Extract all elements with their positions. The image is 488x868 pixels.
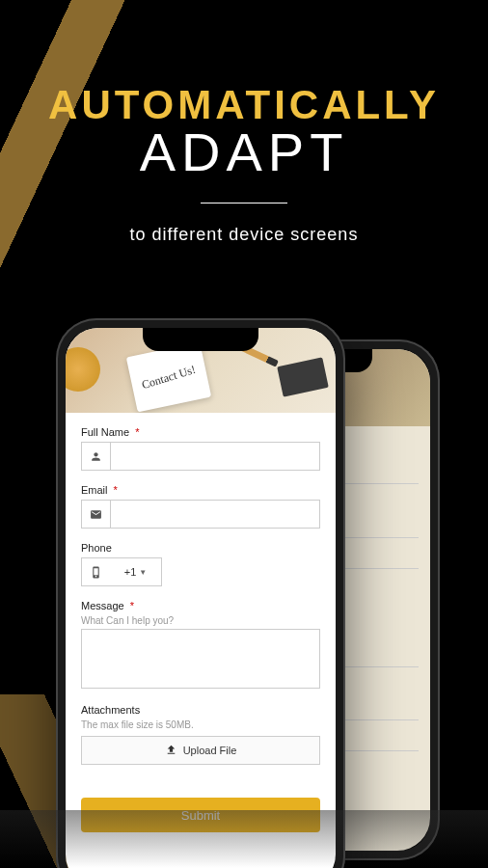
headline-line-2: ADAPT [0,121,488,183]
headline-block: AUTOMATICALLY ADAPT to different device … [0,0,488,245]
email-label-text: Email [81,484,108,496]
upload-button-label: Upload File [183,745,237,756]
field-email: Email * [81,484,320,529]
message-placeholder: What Can I help you? [81,615,320,626]
field-message: Message * What Can I help you? [81,600,320,691]
field-phone: Phone +1 ▼ [81,542,320,586]
contact-script: Contact Us! [140,362,198,392]
fullname-label-text: Full Name [81,426,129,438]
person-icon [81,442,110,471]
headline-divider [201,203,287,203]
phone-front: Contact Us! Full Name * [56,318,345,868]
field-attachments: Attachments The max file size is 50MB. U… [81,704,320,765]
email-input[interactable] [110,500,320,529]
phone-front-screen: Contact Us! Full Name * [66,328,336,868]
mobile-icon [81,557,110,586]
upload-button[interactable]: Upload File [81,736,320,765]
upload-icon [165,744,177,758]
phone-label: Phone [81,542,320,554]
message-input[interactable] [81,629,320,689]
notebook-icon: Contact Us! [126,342,211,413]
contact-form: Full Name * Email * [66,413,336,846]
email-label: Email * [81,484,320,496]
phone-code-value: +1 [124,566,137,578]
attachments-label: Attachments [81,704,320,716]
attachments-help: The max file size is 50MB. [81,719,320,730]
headline-subtitle: to different device screens [0,225,488,245]
phone-front-notch [143,328,258,351]
phone-reflection [0,810,488,868]
mail-icon [81,500,110,529]
required-mark: * [114,484,118,496]
field-fullname: Full Name * [81,426,320,471]
phones-stage: ...at occasion. Please complete the foll… [0,318,488,868]
clock-icon [66,347,100,392]
chevron-down-icon: ▼ [139,568,147,577]
fullname-input[interactable] [110,442,320,471]
fullname-label: Full Name * [81,426,320,438]
required-mark: * [135,426,139,438]
phone-country-code[interactable]: +1 ▼ [110,557,162,586]
envelope-icon [277,357,329,396]
message-label-text: Message [81,600,124,611]
required-mark: * [130,600,134,611]
message-label: Message * [81,600,320,611]
